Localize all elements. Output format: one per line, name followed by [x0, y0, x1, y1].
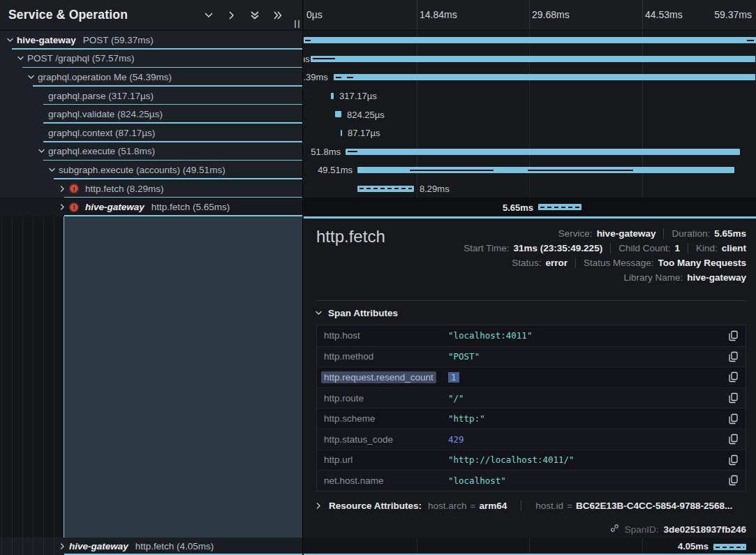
- attribute-value-text: 1: [448, 372, 459, 383]
- timeline-row[interactable]: 317.17µs: [304, 87, 756, 105]
- child-span-mark: [305, 40, 311, 41]
- collapse-one-icon[interactable]: [204, 10, 214, 20]
- attribute-key: http.request.resend_count: [324, 372, 448, 383]
- chevron-right-icon[interactable]: [59, 185, 66, 193]
- indent-guide-line: [22, 538, 23, 555]
- attribute-key: http.scheme: [324, 413, 448, 424]
- span-title: http.fetch: [316, 227, 385, 246]
- timeline-row[interactable]: 5.65ms: [304, 198, 756, 216]
- meta-divider: [521, 501, 521, 511]
- timeline-row[interactable]: 8.29ms: [304, 179, 756, 198]
- attribute-key-text: http.request.resend_count: [321, 371, 436, 383]
- span-bar[interactable]: [335, 111, 341, 117]
- attribute-row[interactable]: http.route"/": [317, 387, 746, 408]
- copy-icon[interactable]: [720, 371, 739, 383]
- chevron-down-icon[interactable]: [17, 54, 24, 62]
- duration-label: 4.05ms: [678, 540, 709, 551]
- chevron-down-icon[interactable]: [38, 147, 45, 155]
- timeline-row[interactable]: 49.51ms: [304, 161, 756, 179]
- attribute-row[interactable]: http.scheme"http:": [317, 408, 746, 429]
- copy-icon[interactable]: [720, 454, 739, 466]
- panel-resize-handle[interactable]: [295, 20, 299, 28]
- timeline-row[interactable]: 54.39ms: [304, 68, 756, 87]
- timeline-row-bottom[interactable]: 4.05ms: [304, 538, 756, 555]
- timeline-row[interactable]: [304, 31, 756, 50]
- tree-row[interactable]: !hive-gatewayhttp.fetch (5.65ms): [0, 198, 302, 216]
- collapse-all-icon[interactable]: [250, 10, 260, 20]
- span-attributes-table: http.host"localhost:4011"http.method"POS…: [316, 325, 746, 491]
- tree-row[interactable]: graphql.validate (824.25µs): [0, 105, 302, 124]
- span-attributes-header[interactable]: Span Attributes: [315, 308, 398, 318]
- meta-label: Library Name:: [623, 272, 683, 283]
- axis-tick-label: 14.84ms: [420, 9, 457, 20]
- link-icon[interactable]: [609, 523, 620, 535]
- expand-one-icon[interactable]: [227, 10, 237, 20]
- tree-row-bottom[interactable]: hive-gatewayhttp.fetch (4.05ms): [0, 538, 302, 555]
- meta-label: Child Count:: [618, 243, 670, 253]
- copy-icon[interactable]: [720, 475, 739, 486]
- attribute-value: "localhost": [448, 475, 720, 486]
- chevron-slot: [6, 36, 15, 44]
- error-icon: !: [69, 184, 79, 193]
- chevron-slot: [58, 203, 67, 211]
- timeline-row[interactable]: 51.8ms: [304, 142, 756, 161]
- span-bar[interactable]: [346, 149, 740, 155]
- resource-value: arm64: [479, 501, 507, 511]
- chevron-down-icon[interactable]: [6, 36, 14, 44]
- equals-sign: =: [470, 501, 476, 511]
- copy-icon[interactable]: [720, 413, 739, 424]
- timeline-row[interactable]: 87.17µs: [304, 124, 756, 142]
- tree-row[interactable]: graphql.execute (51.8ms): [0, 142, 302, 161]
- chevron-right-icon[interactable]: [59, 542, 66, 550]
- attribute-key-text: http.host: [324, 330, 360, 341]
- trace-viewer: Service & Operation hive-gatewayPOST (59…: [0, 0, 756, 555]
- span-label: graphql.validate (824.25µs): [48, 109, 163, 119]
- resource-attributes-row[interactable]: Resource Attributes: host.arch=arm64host…: [315, 501, 732, 511]
- span-bar[interactable]: [334, 74, 755, 80]
- tree-row[interactable]: !http.fetch (8.29ms): [0, 179, 302, 198]
- indent-guide-line: [22, 216, 23, 538]
- chevron-down-icon[interactable]: [48, 166, 56, 174]
- chevron-down-icon[interactable]: [27, 73, 35, 81]
- attribute-row[interactable]: http.host"localhost:4011": [317, 325, 746, 346]
- meta-label: Service:: [558, 228, 593, 239]
- tree-row[interactable]: graphql.context (87.17µs): [0, 124, 302, 142]
- meta-line: Start Time:31ms (23:35:49.225)Child Coun…: [464, 243, 746, 253]
- axis-tick-label: 0µs: [306, 9, 323, 20]
- duration-label: 49.51ms: [318, 165, 353, 175]
- attribute-row[interactable]: http.method"POST": [317, 346, 746, 367]
- chevron-right-icon[interactable]: [59, 203, 66, 211]
- attribute-value: "/": [448, 393, 720, 404]
- attribute-row[interactable]: http.request.resend_count1: [317, 367, 746, 387]
- selected-span-highlight-block: [64, 216, 302, 538]
- span-bar[interactable]: [304, 37, 756, 43]
- timeline-gridline: [529, 538, 530, 554]
- equals-sign: =: [567, 501, 572, 511]
- copy-icon[interactable]: [720, 434, 739, 445]
- chevron-right-icon: [315, 502, 323, 510]
- indent-guide-line: [33, 538, 34, 555]
- attribute-row[interactable]: http.url"http://localhost:4011/": [317, 450, 746, 471]
- timeline-row[interactable]: 57.57ms: [304, 50, 756, 68]
- span-bar[interactable]: [311, 56, 755, 62]
- attribute-row[interactable]: net.host.name"localhost": [317, 470, 746, 491]
- copy-icon[interactable]: [720, 351, 739, 362]
- timeline-row[interactable]: 824.25µs: [304, 105, 756, 124]
- axis-gridline: [642, 0, 643, 30]
- chevron-slot: [47, 166, 57, 174]
- tree-row[interactable]: subgraph.execute (accounts) (49.51ms): [0, 161, 302, 179]
- span-label: graphql.context (87.17µs): [48, 128, 155, 138]
- expand-all-icon[interactable]: [273, 10, 283, 20]
- attribute-value-text: "localhost:4011": [448, 330, 532, 341]
- attribute-row[interactable]: http.status_code429: [317, 429, 746, 450]
- copy-icon[interactable]: [720, 330, 739, 341]
- tree-row[interactable]: graphql.operation Me (54.39ms): [0, 68, 302, 87]
- tree-row[interactable]: graphql.parse (317.17µs): [0, 87, 302, 105]
- tree-row[interactable]: hive-gatewayPOST (59.37ms): [0, 31, 302, 50]
- copy-icon[interactable]: [720, 392, 739, 404]
- tree-row[interactable]: POST /graphql (57.57ms): [0, 50, 302, 68]
- attribute-key-text: http.scheme: [324, 413, 376, 424]
- span-bar[interactable]: [341, 130, 342, 136]
- span-bar[interactable]: [331, 93, 334, 99]
- child-span-mark: [747, 40, 754, 41]
